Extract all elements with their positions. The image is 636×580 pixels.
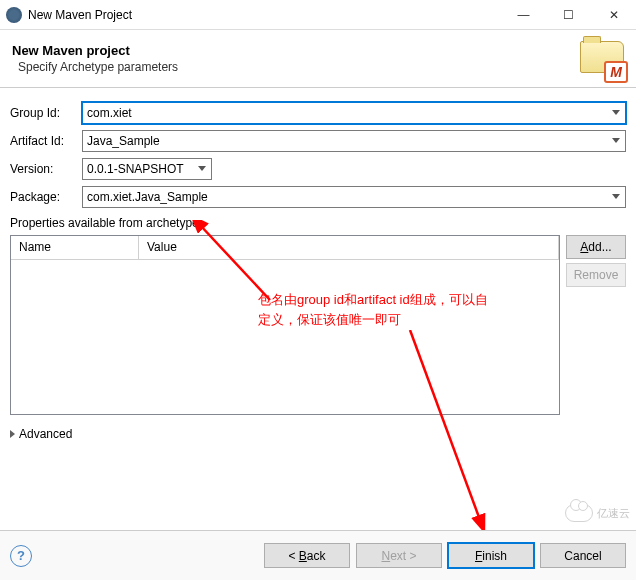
wizard-footer: ? < Back Next > Finish Cancel — [0, 530, 636, 580]
package-input[interactable] — [82, 186, 626, 208]
group-id-label: Group Id: — [10, 106, 82, 120]
remove-button: Remove — [566, 263, 626, 287]
package-label: Package: — [10, 190, 82, 204]
artifact-id-label: Artifact Id: — [10, 134, 82, 148]
titlebar: New Maven Project — ☐ ✕ — [0, 0, 636, 30]
banner-subtitle: Specify Archetype parameters — [18, 60, 580, 74]
close-button[interactable]: ✕ — [591, 0, 636, 30]
back-button[interactable]: < Back — [264, 543, 350, 568]
version-input[interactable] — [82, 158, 212, 180]
finish-button[interactable]: Finish — [448, 543, 534, 568]
version-label: Version: — [10, 162, 82, 176]
watermark: 亿速云 — [565, 504, 630, 522]
advanced-toggle[interactable]: Advanced — [10, 427, 626, 441]
cancel-button[interactable]: Cancel — [540, 543, 626, 568]
maven-icon: M — [580, 39, 624, 79]
next-button: Next > — [356, 543, 442, 568]
chevron-right-icon — [10, 430, 15, 438]
column-name[interactable]: Name — [11, 236, 139, 260]
column-value[interactable]: Value — [139, 236, 559, 260]
help-icon[interactable]: ? — [10, 545, 32, 567]
window-title: New Maven Project — [28, 8, 501, 22]
minimize-button[interactable]: — — [501, 0, 546, 30]
wizard-banner: New Maven project Specify Archetype para… — [0, 30, 636, 88]
group-id-input[interactable] — [82, 102, 626, 124]
maximize-button[interactable]: ☐ — [546, 0, 591, 30]
artifact-id-input[interactable] — [82, 130, 626, 152]
eclipse-icon — [6, 7, 22, 23]
properties-heading: Properties available from archetype: — [10, 216, 626, 230]
properties-table[interactable]: Name Value — [10, 235, 560, 415]
add-button[interactable]: Add... — [566, 235, 626, 259]
banner-title: New Maven project — [12, 43, 580, 58]
